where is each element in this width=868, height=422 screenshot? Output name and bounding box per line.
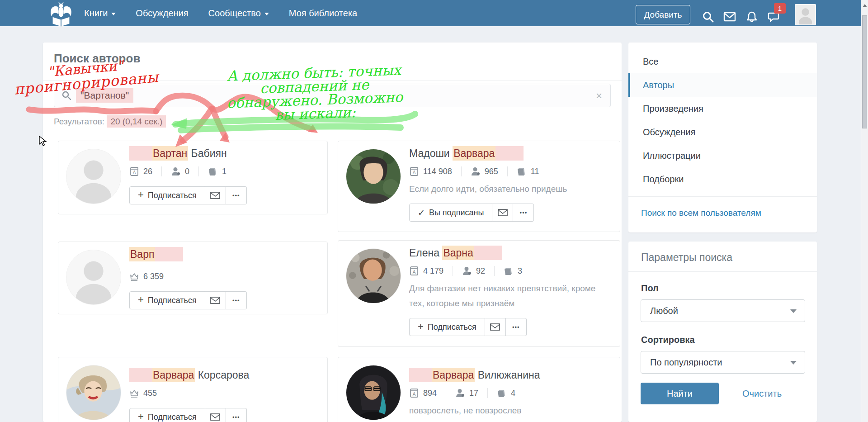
avatar-photo[interactable] (346, 248, 401, 303)
clear-button[interactable]: Очистить (742, 383, 782, 404)
gender-select[interactable]: Любой (641, 299, 805, 322)
chevron-down-icon (264, 13, 269, 15)
search-icon[interactable] (702, 10, 714, 23)
all-users-search-link[interactable]: Поиск по всем пользователям (641, 202, 761, 224)
author-name[interactable]: Варвара Корсарова (129, 369, 320, 381)
author-quote: повзрослеть, не повзрослев (409, 403, 613, 418)
author-name[interactable]: Варп (129, 248, 320, 261)
author-stats: 6 359 (129, 271, 320, 281)
site-logo-phoenix-icon[interactable] (47, 1, 75, 25)
card-actions: +Подписаться ••• (129, 186, 320, 204)
svg-text:A: A (413, 392, 416, 397)
envelope-icon (210, 413, 220, 421)
envelope-icon (210, 297, 220, 304)
card-actions: ✓Вы подписаны ••• (409, 204, 613, 222)
sort-label: Сортировка (641, 335, 695, 345)
author-stats: A4 179 92 3 (409, 266, 613, 276)
divider (43, 81, 622, 81)
author-stats: A114 908 965 11 (409, 166, 613, 176)
avatar-placeholder[interactable] (66, 250, 121, 305)
more-button[interactable]: ••• (226, 291, 247, 309)
books-icon (504, 266, 514, 276)
author-name[interactable]: Елена Варна (409, 247, 613, 259)
plus-icon: + (418, 321, 424, 332)
divider (628, 271, 817, 272)
nav-community[interactable]: Сообщество (208, 8, 269, 19)
add-button[interactable]: Добавить (636, 5, 690, 24)
author-card: Варвара Вилюжанина A894 17 4 повзрослеть… (338, 357, 620, 422)
works-icon: A (409, 388, 419, 398)
ellipsis-icon: ••• (232, 192, 240, 199)
author-stats: A894 17 4 (409, 388, 613, 398)
search-query-text: "Вартанов" (76, 88, 133, 103)
plus-icon: + (138, 294, 144, 306)
ellipsis-icon: ••• (520, 209, 528, 216)
author-stats: 455 (129, 388, 320, 398)
scope-authors[interactable]: Авторы (628, 73, 817, 97)
crown-icon (129, 388, 139, 398)
avatar-photo[interactable] (346, 149, 401, 204)
subscribe-button[interactable]: +Подписаться (129, 186, 205, 204)
avatar-photo[interactable] (346, 365, 401, 420)
user-avatar[interactable] (795, 4, 816, 25)
nav-discussions[interactable]: Обсуждения (136, 8, 188, 19)
scope-illustrations[interactable]: Иллюстрации (628, 144, 817, 167)
nav-my-library[interactable]: Моя библиотека (289, 8, 357, 19)
envelope-icon (490, 323, 500, 331)
subscribe-button[interactable]: +Подписаться (409, 318, 485, 336)
nav-books[interactable]: Книги (84, 8, 116, 19)
crown-icon (129, 271, 139, 281)
chevron-down-icon (790, 361, 797, 365)
svg-text:A: A (413, 170, 416, 175)
author-card: Вартан Бабиян A26 0 1 +Подписаться ••• (58, 141, 328, 214)
author-card: Варвара Корсарова 455 +Подписаться ••• (58, 357, 328, 422)
subscribed-button[interactable]: ✓Вы подписаны (409, 204, 492, 222)
card-actions: +Подписаться ••• (409, 318, 613, 336)
find-button[interactable]: Найти (641, 383, 719, 404)
plus-icon: + (138, 411, 144, 422)
scope-discussions[interactable]: Обсуждения (628, 120, 817, 144)
chevron-down-icon (790, 309, 797, 313)
chevron-down-icon (111, 13, 116, 15)
message-button[interactable] (492, 204, 513, 222)
clear-search-icon[interactable]: × (596, 90, 602, 102)
messages-icon[interactable] (723, 10, 736, 23)
author-name[interactable]: Мадоши Варвара (409, 147, 613, 160)
page-scrollbar[interactable] (861, 0, 868, 422)
svg-text:A: A (133, 170, 136, 175)
svg-text:A: A (413, 270, 416, 275)
more-button[interactable]: ••• (226, 186, 247, 204)
results-count: Результатов: 20 (0,14 сек.) (54, 117, 166, 127)
sort-select[interactable]: По популярности (641, 351, 805, 374)
message-button[interactable] (205, 291, 226, 309)
author-name[interactable]: Вартан Бабиян (129, 147, 320, 160)
more-button[interactable]: ••• (506, 318, 527, 336)
divider (628, 196, 817, 197)
author-card: Мадоши Варвара A114 908 965 11 Если долг… (338, 141, 620, 232)
card-actions: +Подписаться ••• (129, 408, 320, 422)
scope-collections[interactable]: Подборки (628, 167, 817, 191)
subscribe-button[interactable]: +Подписаться (129, 291, 205, 309)
author-quote: Для фантазии нет никаких препятствий, кр… (409, 281, 613, 311)
books-icon (208, 166, 218, 176)
message-button[interactable] (485, 318, 506, 336)
message-button[interactable] (205, 186, 226, 204)
main-navigation: Книги Обсуждения Сообщество Моя библиоте… (84, 0, 357, 26)
scope-all[interactable]: Все (628, 50, 817, 73)
scroll-up-arrow-icon[interactable] (863, 4, 867, 7)
scrollbar-thumb[interactable] (862, 15, 867, 128)
check-icon: ✓ (418, 208, 425, 218)
author-name[interactable]: Варвара Вилюжанина (409, 369, 613, 381)
avatar-illustration[interactable] (66, 365, 121, 420)
subscribe-button[interactable]: +Подписаться (129, 408, 205, 422)
more-button[interactable]: ••• (513, 204, 534, 222)
scope-works[interactable]: Произведения (628, 97, 817, 120)
notifications-bell-icon[interactable] (745, 10, 758, 23)
envelope-icon (498, 209, 508, 216)
search-input[interactable]: "Вартанов" × (54, 84, 611, 107)
params-title: Параметры поиска (641, 251, 732, 264)
message-button[interactable] (205, 408, 226, 422)
avatar-placeholder[interactable] (66, 149, 121, 204)
ellipsis-icon: ••• (232, 414, 240, 421)
more-button[interactable]: ••• (226, 408, 247, 422)
